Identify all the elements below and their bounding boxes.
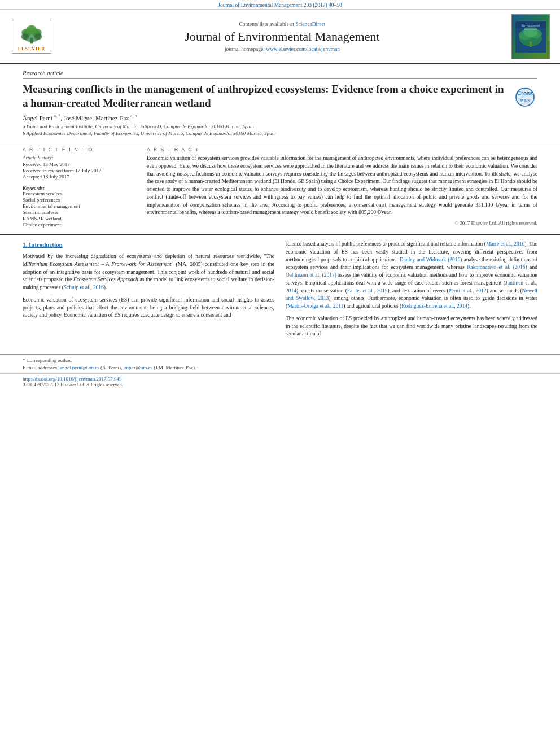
corresponding-note: * Corresponding author. <box>23 357 537 364</box>
accepted-date: Accepted 18 July 2017 <box>23 174 135 180</box>
keyword-3: Environmental management <box>23 203 135 209</box>
ref-oehlmann[interactable]: Oehlmann et al. (2017) <box>286 272 336 278</box>
author-2-note: (J.M. Martínez-Paz). <box>154 365 196 370</box>
ref-danley[interactable]: Danley and Widmark (2016) <box>400 257 462 263</box>
homepage-line: journal homepage: www.elsevier.com/locat… <box>60 46 505 52</box>
intro-para-4: The economic valuation of ES provided by… <box>286 315 537 338</box>
svg-rect-12 <box>530 41 532 47</box>
bottom-bar: http://dx.doi.org/10.1016/j.jenvman.2017… <box>0 373 560 390</box>
article-title: Measuring conflicts in the management of… <box>23 82 507 110</box>
keyword-6: Choice experiment <box>23 222 135 228</box>
ref-newell[interactable]: Newell and Swallow, 2013 <box>286 288 537 302</box>
intro-para-2: Economic valuation of ecosystem services… <box>23 296 274 320</box>
body-right-col: science-based analysis of public prefere… <box>286 241 537 343</box>
page: Journal of Environmental Management 203 … <box>0 0 560 747</box>
article-info-abstract-section: A R T I C L E I N F O Article history: R… <box>0 141 560 235</box>
intro-title-text: Introduction <box>29 241 63 248</box>
ref-marre[interactable]: Marre et al., 2016 <box>486 241 524 247</box>
crossmark-icon: Cross Mark <box>514 86 536 108</box>
ref-juutinen[interactable]: Juutinen et al., 2014 <box>286 280 537 294</box>
svg-text:Management: Management <box>524 28 537 31</box>
keyword-2: Social preferences <box>23 197 135 203</box>
svg-text:Environmental: Environmental <box>522 24 540 27</box>
authors-line: Ángel Perni a, *, José Miguel Martínez-P… <box>23 113 537 121</box>
article-category: Research article <box>23 69 537 79</box>
svg-point-5 <box>21 34 29 40</box>
journal-cover-image: Environmental Management <box>511 14 550 59</box>
abstract-heading: A B S T R A C T <box>147 147 537 152</box>
article-title-row: Measuring conflicts in the management of… <box>23 82 537 110</box>
author-perni: Ángel Perni a, *, <box>23 115 62 121</box>
journal-header-center: Contents lists available at ScienceDirec… <box>60 14 505 59</box>
esa-title: Ecosystem Services Approach <box>73 277 138 282</box>
keywords-label: Keywords: <box>23 185 135 191</box>
ref-failler[interactable]: Failler et al., 2015 <box>347 288 388 294</box>
elsevier-logo: ELSEVIER <box>12 20 51 54</box>
abstract-text: Economic valuation of ecosystem services… <box>147 155 537 217</box>
article-header-section: Research article Measuring conflicts in … <box>0 64 560 141</box>
doi-link[interactable]: http://dx.doi.org/10.1016/j.jenvman.2017… <box>23 376 537 382</box>
contents-line: Contents lists available at ScienceDirec… <box>60 21 505 27</box>
svg-text:Mark: Mark <box>520 98 531 103</box>
ref-perni[interactable]: Perni et al., 2012 <box>449 288 487 294</box>
ref-schulp[interactable]: Schulp et al., 2016 <box>64 285 104 290</box>
svg-point-4 <box>27 25 37 34</box>
journal-reference-text: Journal of Environmental Management 203 … <box>218 2 342 8</box>
keyword-4: Scenario analysis <box>23 209 135 215</box>
affiliation-b: b Applied Economics Department, Faculty … <box>23 130 537 136</box>
ref-rodriguez[interactable]: Rodríguez-Entrena et al., 2014 <box>401 303 467 309</box>
keywords-section: Keywords: Ecosystem services Social pref… <box>23 185 135 228</box>
received-date: Received 13 May 2017 <box>23 161 135 167</box>
article-info-heading: A R T I C L E I N F O <box>23 147 135 152</box>
revised-date: Received in revised form 17 July 2017 <box>23 168 135 173</box>
affiliations: a Water and Environment Institute, Unive… <box>23 124 537 136</box>
author-1-note: (Á. Perni), <box>100 365 122 370</box>
ref-martin[interactable]: Martin-Ortega et al., 2011 <box>287 303 343 309</box>
author-martinez: José Miguel Martínez-Paz a, b <box>64 115 137 121</box>
svg-point-6 <box>34 34 42 40</box>
history-label: Article history: <box>23 155 135 160</box>
intro-para-3: science-based analysis of public prefere… <box>286 241 537 311</box>
elsevier-logo-container: ELSEVIER <box>9 14 54 59</box>
keyword-1: Ecosystem services <box>23 191 135 196</box>
abstract-col: A B S T R A C T Economic valuation of ec… <box>147 147 537 228</box>
elsevier-wordmark: ELSEVIER <box>18 46 45 51</box>
body-section: 1. Introduction Motivated by the increas… <box>0 235 560 348</box>
affiliation-a: a Water and Environment Institute, Unive… <box>23 124 537 129</box>
keyword-5: RAMSAR wetland <box>23 216 135 221</box>
intro-section-title: 1. Introduction <box>23 241 274 250</box>
body-two-col: 1. Introduction Motivated by the increas… <box>23 241 537 343</box>
email-label: E-mail addresses: <box>23 365 59 370</box>
email-2-link[interactable]: jmpaz@um.es <box>124 365 153 370</box>
elsevier-tree-icon <box>18 23 46 45</box>
sciencedirect-link[interactable]: ScienceDirect <box>295 21 325 27</box>
footnote-section: * Corresponding author. E-mail addresses… <box>0 354 560 371</box>
homepage-link[interactable]: www.elsevier.com/locate/jenvman <box>266 46 340 52</box>
email-note: E-mail addresses: angel.perni@um.es (Á. … <box>23 364 537 372</box>
email-1-link[interactable]: angel.perni@um.es <box>60 365 99 370</box>
millennium-title: The Millennium Ecosystem Assessment – A … <box>23 254 274 267</box>
copyright-line: © 2017 Elsevier Ltd. All rights reserved… <box>147 220 537 226</box>
svg-text:Cross: Cross <box>517 90 533 97</box>
journal-thumbnail: Environmental Management <box>510 14 551 59</box>
article-info-col: A R T I C L E I N F O Article history: R… <box>23 147 135 228</box>
article-history: Article history: Received 13 May 2017 Re… <box>23 155 135 180</box>
intro-para-1: Motivated by the increasing degradation … <box>23 253 274 292</box>
ref-rakotonarivo[interactable]: Rakotonarivo et al. (2016) <box>467 264 527 270</box>
journal-header: ELSEVIER Contents lists available at Sci… <box>0 10 560 64</box>
journal-reference-bar: Journal of Environmental Management 203 … <box>0 0 560 10</box>
crossmark-container: Cross Mark <box>513 85 537 110</box>
body-left-col: 1. Introduction Motivated by the increas… <box>23 241 274 343</box>
issn-line: 0301-4797/© 2017 Elsevier Ltd. All right… <box>23 382 537 387</box>
journal-title: Journal of Environmental Management <box>60 29 505 44</box>
